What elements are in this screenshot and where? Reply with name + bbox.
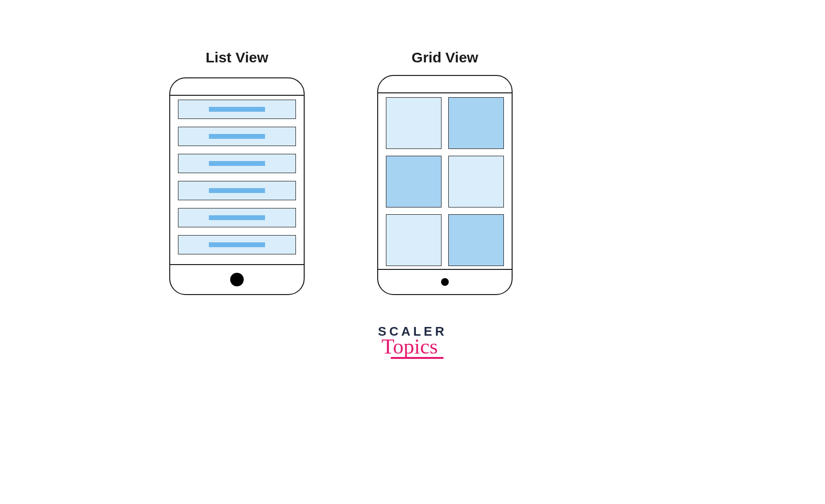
grid-tile <box>448 214 504 266</box>
scaler-topics-logo: SCALER Topics <box>378 324 447 359</box>
diagram-canvas: List View Grid View SCALER T <box>0 0 825 504</box>
phone-bezel-line <box>378 92 512 93</box>
list-item-content-bar <box>209 215 265 220</box>
grid-area <box>386 97 504 266</box>
list-item <box>178 181 296 200</box>
list-item-content-bar <box>209 188 265 193</box>
home-button-icon <box>441 278 449 286</box>
phone-list-view <box>169 77 305 295</box>
list-area <box>178 100 296 260</box>
grid-tile <box>386 97 442 149</box>
phone-bezel-line <box>378 269 512 270</box>
brand-line-2: Topics <box>375 334 444 359</box>
home-button-icon <box>230 273 244 286</box>
list-view-heading: List View <box>164 49 309 66</box>
brand-underline <box>391 357 444 359</box>
grid-tile <box>448 156 504 208</box>
list-item <box>178 100 296 119</box>
phone-grid-view <box>377 75 513 295</box>
list-item <box>178 154 296 173</box>
list-item-content-bar <box>209 242 265 247</box>
phone-bezel-line <box>170 264 304 265</box>
list-item-content-bar <box>209 107 265 112</box>
list-item-content-bar <box>209 134 265 139</box>
list-item <box>178 235 296 254</box>
grid-tile <box>448 97 504 149</box>
grid-tile <box>386 214 442 266</box>
grid-tile <box>386 156 442 208</box>
list-item <box>178 127 296 146</box>
list-item-content-bar <box>209 161 265 166</box>
list-item <box>178 208 296 227</box>
phone-bezel-line <box>170 95 304 96</box>
grid-view-heading: Grid View <box>372 49 517 66</box>
